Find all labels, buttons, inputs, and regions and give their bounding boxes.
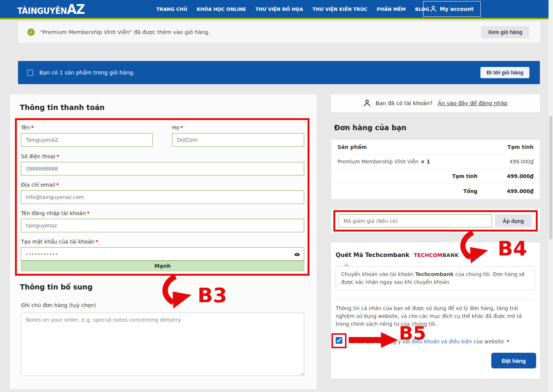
last-name-input[interactable] [172,133,304,147]
additional-info-title: Thông tin bổ sung [20,283,92,291]
order-subtotal-row: Tạm tính 499.000đ [332,169,540,184]
subtotal-column-header: Tạm tính [507,144,534,150]
order-total-row: Tổng 499.000đ [332,184,540,198]
first-name-input[interactable] [21,133,153,147]
scrollbar-track[interactable] [549,0,553,392]
coupon-code-input[interactable] [339,214,492,227]
my-account-label: My account [440,6,473,12]
show-password-icon[interactable] [294,251,300,258]
cart-banner-message: Bạn có 1 sản phẩm trong giỏ hàng. [39,70,135,76]
product-column-header: Sản phẩm [337,144,367,150]
success-check-icon: ✓ [27,28,35,36]
cart-count-banner: Bạn có 1 sản phẩm trong giỏ hàng. Đi tới… [18,61,540,84]
techcombank-wordmark: TECHCOMBANK [414,252,459,258]
password-input[interactable] [21,247,304,261]
billing-title-divider [15,116,309,116]
email-input[interactable] [21,190,304,204]
order-item-price: 499.000đ [510,159,534,165]
password-label: Tạo mật khẩu của tài khoản* [21,239,98,245]
techcombank-logo-icon [463,251,472,259]
billing-title: Thông tin thanh toán [20,103,105,111]
order-item-row: Premium Membership Vĩnh Viễn × 1 499.000… [332,154,540,169]
notice-message: “Premium Membership Vĩnh Viễn” đã được t… [40,29,210,35]
last-name-label: Họ* [172,125,183,131]
place-order-button[interactable]: Đặt hàng [491,353,536,368]
view-cart-button[interactable]: Xem giỏ hàng [481,26,529,38]
main-menu: TRANG CHỦ KHÓA HỌC ONLINE THƯ VIỆN ĐỒ HỌ… [156,0,429,18]
subtotal-value: 499.000đ [477,173,534,179]
my-account-button[interactable]: My account [423,1,481,17]
order-summary-title: Đơn hàng của bạn [334,123,406,132]
order-notes-textarea[interactable] [21,313,304,376]
username-label: Tên đăng nhập tài khoản* [21,210,90,216]
top-navbar: TÀINGUYÊNAZ TRANG CHỦ KHÓA HỌC ONLINE TH… [0,0,549,18]
terms-link[interactable]: điều khoản và điều kiện [412,339,472,344]
terms-label: Tôi đã đọc và đồng ý với điều khoản và đ… [349,339,536,344]
password-strength-meter: Mạnh [21,261,304,271]
person-outline-icon [364,99,370,107]
payment-method-title: Quét Mã Techcombank [336,252,409,258]
privacy-policy-text: Thông tin cá nhân của bạn sẽ được sử dụn… [336,304,535,328]
menu-item-online-courses[interactable]: KHÓA HỌC ONLINE [197,6,246,12]
payment-divider [336,299,535,300]
logo-text-secondary: AZ [67,1,85,17]
total-label: Tổng [406,188,477,194]
person-icon [430,6,436,12]
terms-checkbox[interactable] [336,337,342,344]
phone-input[interactable] [21,162,304,175]
payment-method-header: Quét Mã Techcombank TECHCOMBANK [336,251,472,259]
phone-label: Số điện thoại* [21,153,59,159]
order-summary-table: Sản phẩm Tạm tính Premium Membership Vĩn… [331,140,540,199]
logo-text-primary: TÀINGUYÊN [17,6,67,16]
login-link[interactable]: Ấn vào đây để đăng nhập [438,100,507,106]
site-logo[interactable]: TÀINGUYÊNAZ [17,1,85,17]
order-item-name: Premium Membership Vĩnh Viễn [337,159,418,165]
payment-description-box: Chuyển khoản vào tài khoản Techcombank c… [336,266,535,290]
order-table-header: Sản phẩm Tạm tính [332,140,540,154]
scrollbar-thumb[interactable] [549,116,552,239]
go-to-cart-button[interactable]: Đi tới giỏ hàng [480,67,529,78]
added-to-cart-notice: ✓ “Premium Membership Vĩnh Viễn” đã được… [18,21,541,43]
menu-item-home[interactable]: TRANG CHỦ [156,6,187,12]
menu-item-architecture-library[interactable]: THƯ VIỆN KIẾN TRÚC [312,6,367,12]
email-label: Địa chỉ email* [21,182,59,188]
checkout-page: TÀINGUYÊNAZ TRANG CHỦ KHÓA HỌC ONLINE TH… [0,0,553,392]
have-account-question: Bạn đã có tài khoản? [376,100,433,106]
apply-coupon-button[interactable]: Áp dụng [495,214,532,227]
first-name-label: Tên* [21,125,34,131]
total-value: 499.000đ [477,188,534,194]
username-input[interactable] [21,219,304,232]
order-item-quantity: × 1 [421,159,430,165]
menu-item-software[interactable]: PHẦN MỀM [377,6,406,12]
menu-item-graphics-library[interactable]: THƯ VIỆN ĐỒ HỌA [255,6,303,12]
order-notes-label: Ghi chú đơn hàng (tuỳ chọn) [21,302,96,308]
accent-line [0,18,549,19]
returning-customer-bar: Bạn đã có tài khoản? Ấn vào đây để đăng … [331,94,540,112]
cart-icon [27,70,33,76]
subtotal-label: Tạm tính [406,173,477,179]
